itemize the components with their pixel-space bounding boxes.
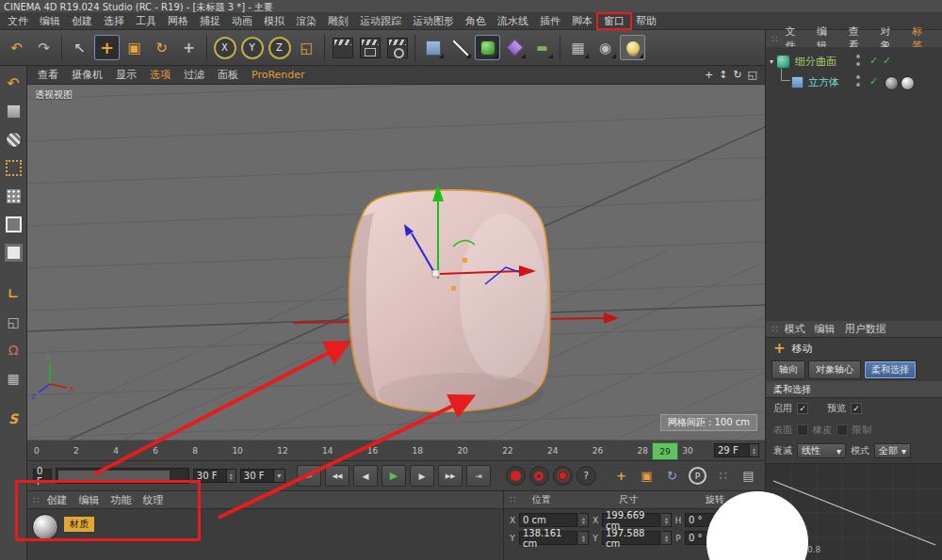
viewport-menu-prorender[interactable]: ProRender <box>245 69 312 81</box>
menu-item-animate[interactable]: 动画 <box>226 14 258 28</box>
spinner[interactable]: ▴▾ <box>662 513 672 527</box>
menu-item-plugins[interactable]: 插件 <box>534 14 566 28</box>
solo-mode-button[interactable]: ◱ <box>2 310 25 333</box>
render-settings-button[interactable] <box>384 35 410 60</box>
array-button[interactable]: ▦ <box>565 35 591 60</box>
menu-item-motion-tracker[interactable]: 运动跟踪 <box>354 14 407 28</box>
preview-checkbox[interactable]: ✓ <box>851 403 862 414</box>
deformer-button[interactable] <box>502 35 528 60</box>
spinner[interactable]: ▴▾ <box>579 513 589 527</box>
model-mode-button[interactable] <box>2 100 25 123</box>
enable-checkbox[interactable]: ✓ <box>797 403 808 414</box>
visibility-dots-icon[interactable] <box>856 75 860 88</box>
viewport-menu-options[interactable]: 选项 <box>143 68 177 82</box>
menu-item-simulate[interactable]: 模拟 <box>258 14 290 28</box>
floor-button[interactable]: ▬ <box>529 35 555 60</box>
goto-end-button[interactable]: ⇥ <box>466 465 491 487</box>
workplane-lock-button[interactable]: ▦ <box>2 366 25 390</box>
menu-item-render[interactable]: 渲染 <box>290 14 322 28</box>
menu-item-script[interactable]: 脚本 <box>566 14 598 28</box>
size-y-field[interactable]: 197.588 cm <box>602 531 660 545</box>
next-key-button[interactable]: ▶▶ <box>438 465 463 487</box>
spline-tool-button[interactable]: S <box>2 407 25 430</box>
prev-key-button[interactable]: ◀◀ <box>325 465 349 487</box>
light-button[interactable] <box>620 35 645 60</box>
polygons-mode-button[interactable] <box>2 241 25 264</box>
axis-mode-button[interactable]: ∟ <box>2 281 25 305</box>
scale-key-button[interactable]: ▣ <box>636 466 658 486</box>
orbit-view-icon[interactable]: ↻ <box>733 69 741 81</box>
lock-y-axis-button[interactable]: Y <box>239 35 265 60</box>
snap-button[interactable]: Ω <box>2 338 25 361</box>
surface-checkbox[interactable] <box>797 424 808 436</box>
menu-item-tools[interactable]: 工具 <box>130 14 162 28</box>
prev-frame-button[interactable]: ◀ <box>353 465 378 487</box>
generator-check-icon[interactable]: ✓ <box>883 55 891 67</box>
object-label[interactable]: 立方体 <box>808 75 839 89</box>
size-x-field[interactable]: 199.669 cm <box>602 513 660 527</box>
goto-start-button[interactable]: ⇤ <box>297 465 321 487</box>
layout-panel-button[interactable]: ▤ <box>738 466 759 486</box>
next-frame-button[interactable]: ▶ <box>410 465 434 487</box>
range-end-spinner[interactable]: ▴▾ <box>227 469 236 483</box>
menu-item-window[interactable]: 窗口 <box>598 14 630 28</box>
position-x-field[interactable]: 0 cm <box>519 513 577 527</box>
primitive-cube-button[interactable] <box>420 35 446 60</box>
subdivided-cube-object[interactable] <box>349 190 549 414</box>
menu-item-help[interactable]: 帮助 <box>630 14 662 28</box>
mode-dropdown[interactable]: 全部 ▾ <box>874 443 911 458</box>
menu-item-file[interactable]: 文件 <box>2 14 34 28</box>
rotation-key-button[interactable]: ↻ <box>661 466 683 486</box>
am-menu-userdata[interactable]: 用户数据 <box>839 322 890 336</box>
pan-view-icon[interactable]: + <box>705 69 713 81</box>
timeline-ruler[interactable]: 0 2 4 6 8 10 12 14 16 18 20 22 24 26 28 … <box>27 440 765 461</box>
maximize-view-icon[interactable]: ◱ <box>748 69 757 81</box>
subdivision-surface-button[interactable] <box>475 35 500 60</box>
frame-ruler[interactable]: 0 2 4 6 8 10 12 14 16 18 20 22 24 26 28 … <box>34 440 693 460</box>
tab-soft-selection[interactable]: 柔和选择 <box>864 360 917 379</box>
lock-z-axis-button[interactable]: Z <box>267 35 292 60</box>
viewport-menu-panel[interactable]: 面板 <box>211 68 245 82</box>
frame-spinner[interactable]: ▴▾ <box>750 443 759 457</box>
make-editable-button[interactable]: ↶ <box>2 72 25 95</box>
menu-item-edit[interactable]: 编辑 <box>34 14 66 28</box>
zoom-view-icon[interactable]: ↕ <box>719 69 727 81</box>
viewport-menu-filter[interactable]: 过滤 <box>177 68 211 82</box>
lock-x-axis-button[interactable]: X <box>212 35 237 60</box>
panel-handle-icon[interactable]: ∷ <box>770 324 779 334</box>
tab-axis[interactable]: 轴向 <box>771 360 805 379</box>
undo-button[interactable]: ↶ <box>4 35 29 60</box>
falloff-dropdown[interactable]: 线性 ▾ <box>797 443 846 458</box>
framerate-field[interactable]: 30 F ▾ <box>240 469 285 483</box>
enabled-check-icon[interactable]: ✓ <box>869 75 878 88</box>
workplane-mode-button[interactable] <box>2 156 25 180</box>
last-tool-button[interactable]: + <box>176 35 202 60</box>
am-menu-mode[interactable]: 模式 <box>779 322 809 336</box>
keyframe-help-button[interactable]: ? <box>577 466 596 486</box>
am-menu-edit[interactable]: 编辑 <box>809 322 839 336</box>
autokey-button[interactable] <box>529 466 549 486</box>
viewport-menu-view[interactable]: 查看 <box>31 68 65 82</box>
play-button[interactable]: ▶ <box>382 465 406 487</box>
texture-tag-icon[interactable] <box>901 76 915 90</box>
object-row-cube[interactable]: 立方体 ✓ <box>766 72 942 91</box>
panel-handle-icon[interactable]: ∷ <box>508 494 517 504</box>
record-options-button[interactable] <box>553 466 573 486</box>
live-selection-button[interactable]: ↖ <box>67 35 92 60</box>
expander-icon[interactable]: ▾ <box>770 57 773 66</box>
menu-item-create[interactable]: 创建 <box>66 14 98 28</box>
viewport[interactable]: Y X Z 透视视图 网格间距 : 100 cm <box>27 85 765 440</box>
object-label[interactable]: 细分曲面 <box>795 55 836 69</box>
rotate-tool-button[interactable]: ↻ <box>149 35 174 60</box>
scale-tool-button[interactable]: ▣ <box>122 35 147 60</box>
tab-object-axis[interactable]: 对象轴心 <box>808 360 861 379</box>
subdivision-surface-icon[interactable] <box>776 55 790 69</box>
menu-item-character[interactable]: 角色 <box>460 14 492 28</box>
coordinate-system-button[interactable]: ◱ <box>294 35 319 60</box>
menu-item-snap[interactable]: 捕捉 <box>194 14 226 28</box>
menu-item-select[interactable]: 选择 <box>98 14 130 28</box>
render-view-button[interactable] <box>330 35 355 60</box>
position-y-field[interactable]: 138.161 cm <box>519 531 577 545</box>
panel-handle-icon[interactable]: ∷ <box>770 34 779 44</box>
viewport-menu-camera[interactable]: 摄像机 <box>65 68 109 82</box>
